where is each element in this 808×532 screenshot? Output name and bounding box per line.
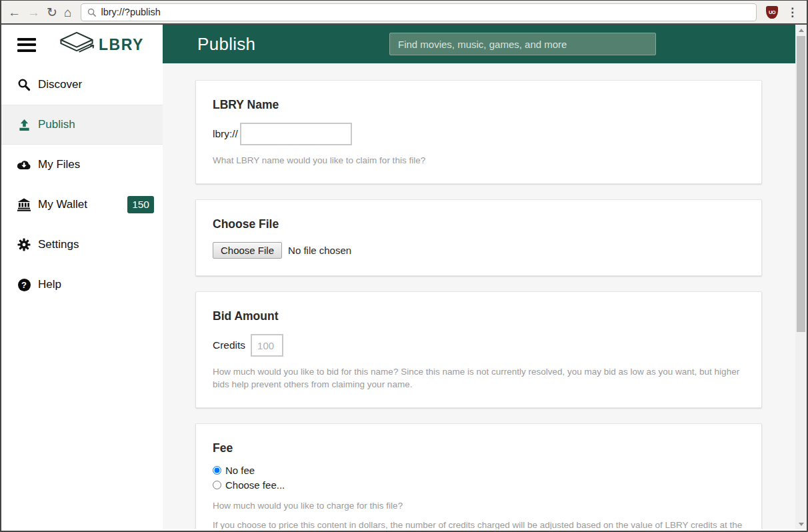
card-title: Fee xyxy=(213,441,745,455)
sidebar-item-publish[interactable]: Publish xyxy=(1,105,163,145)
choose-file-button[interactable]: Choose File xyxy=(213,242,282,259)
lbry-name-help-text: What LBRY name would you like to claim f… xyxy=(213,154,745,167)
bid-amount-card: Bid Amount Credits How much would you li… xyxy=(195,291,762,408)
sidebar-item-settings[interactable]: Settings xyxy=(1,225,163,265)
no-fee-radio[interactable] xyxy=(213,466,221,475)
home-button[interactable]: ⌂ xyxy=(64,6,71,19)
hamburger-menu-icon[interactable] xyxy=(17,38,36,52)
page-header: Publish xyxy=(163,25,807,63)
forward-button[interactable]: → xyxy=(27,6,40,19)
fee-option-choose-fee[interactable]: Choose fee... xyxy=(213,479,745,491)
choose-fee-radio[interactable] xyxy=(213,481,221,489)
bank-icon xyxy=(17,198,31,211)
app-window: ← → ↻ ⌂ UO ⋮ LBRY xyxy=(0,0,808,532)
reload-button[interactable]: ↻ xyxy=(47,6,57,19)
browser-toolbar: ← → ↻ ⌂ UO ⋮ xyxy=(1,1,807,25)
sidebar-item-label: Help xyxy=(38,278,61,291)
lbry-name-card: LBRY Name lbry:// What LBRY name would y… xyxy=(195,80,762,184)
sidebar-item-label: Discover xyxy=(38,78,82,91)
fee-card: Fee No fee Choose fee... How much would … xyxy=(195,423,762,529)
fee-option-no-fee[interactable]: No fee xyxy=(213,465,745,476)
gear-icon xyxy=(17,238,31,251)
lbry-logo-icon xyxy=(57,31,96,59)
sidebar-item-help[interactable]: ? Help xyxy=(1,265,163,305)
sidebar-item-my-files[interactable]: My Files xyxy=(1,145,163,185)
lbry-uri-prefix: lbry:// xyxy=(213,128,238,140)
cloud-download-icon xyxy=(17,159,31,170)
lbry-logo-text: LBRY xyxy=(99,36,144,54)
choose-file-card: Choose File Choose File No file chosen xyxy=(195,199,762,276)
scroll-down-arrow[interactable] xyxy=(795,519,807,529)
back-button[interactable]: ← xyxy=(8,6,21,19)
page-title: Publish xyxy=(197,34,255,55)
fee-help-text: How much would you like to charge for th… xyxy=(213,499,745,512)
lbry-name-input[interactable] xyxy=(240,123,352,145)
file-chosen-status: No file chosen xyxy=(288,245,351,256)
card-title: LBRY Name xyxy=(213,98,745,112)
card-title: Choose File xyxy=(213,217,745,231)
content-search-input[interactable] xyxy=(389,33,656,55)
sidebar-item-label: Publish xyxy=(38,118,75,131)
card-title: Bid Amount xyxy=(213,309,745,323)
scrollbar-thumb[interactable] xyxy=(797,36,805,332)
vertical-scrollbar xyxy=(795,25,807,529)
sidebar-item-label: My Wallet xyxy=(38,198,87,211)
lbry-logo: LBRY xyxy=(57,31,144,59)
fee-dollar-note-text: If you choose to price this content in d… xyxy=(213,519,745,529)
bid-help-text: How much would you like to bid for this … xyxy=(213,365,745,391)
wallet-balance-badge: 150 xyxy=(127,196,154,213)
sidebar-item-label: My Files xyxy=(38,158,80,171)
fee-option-label: No fee xyxy=(225,465,255,476)
credits-label: Credits xyxy=(213,339,245,351)
search-icon xyxy=(87,8,96,17)
main-content: Publish LBRY Name lbry:// What LBRY name… xyxy=(163,25,807,529)
address-bar[interactable] xyxy=(81,3,757,21)
sidebar-item-my-wallet[interactable]: My Wallet 150 xyxy=(1,185,163,225)
ublock-extension-icon[interactable]: UO xyxy=(766,6,778,19)
search-icon xyxy=(17,78,31,91)
help-icon: ? xyxy=(17,279,31,291)
address-input[interactable] xyxy=(101,7,750,17)
bid-amount-input[interactable] xyxy=(251,334,283,357)
fee-option-label: Choose fee... xyxy=(225,479,285,491)
upload-icon xyxy=(17,119,31,131)
sidebar: LBRY Discover Publish My Files xyxy=(1,25,163,529)
browser-menu-icon[interactable]: ⋮ xyxy=(785,5,800,19)
scroll-up-arrow[interactable] xyxy=(795,25,807,35)
sidebar-item-discover[interactable]: Discover xyxy=(1,65,163,105)
sidebar-item-label: Settings xyxy=(38,238,79,251)
